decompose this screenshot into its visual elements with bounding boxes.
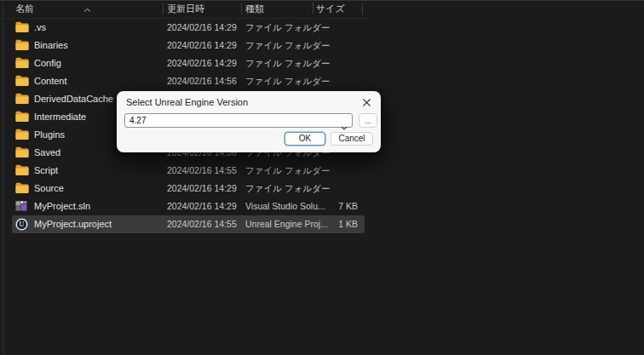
folder-icon <box>15 129 29 141</box>
column-header-date[interactable]: 更新日時 <box>167 0 204 18</box>
file-row-myproject-uproject[interactable]: UMyProject.uproject2024/02/16 14:55Unrea… <box>12 215 365 233</box>
folder-icon <box>15 39 29 52</box>
file-row-binaries[interactable]: Binaries2024/02/16 14:29ファイル フォルダー <box>12 37 365 54</box>
folder-icon <box>15 111 29 123</box>
dialog-title: Select Unreal Engine Version <box>126 97 248 107</box>
svg-text:U: U <box>20 220 25 228</box>
folder-icon <box>15 75 29 88</box>
folder-icon <box>15 146 29 159</box>
column-resize-handle-1[interactable] <box>241 3 242 14</box>
file-name: Intermediate <box>34 108 86 126</box>
file-row-script[interactable]: Script2024/02/16 14:55ファイル フォルダー <box>12 162 365 180</box>
file-name: Binaries <box>34 37 68 54</box>
file-row-source[interactable]: Source2024/02/16 14:29ファイル フォルダー <box>12 180 365 198</box>
file-name: MyProject.sln <box>34 198 90 215</box>
file-name: Config <box>34 54 61 72</box>
file-size <box>290 72 358 90</box>
date-modified: 2024/02/16 14:29 <box>167 19 237 37</box>
visual-studio-icon <box>15 200 29 213</box>
chevron-down-icon <box>341 118 348 123</box>
file-row-content[interactable]: Content2024/02/16 14:56ファイル フォルダー <box>12 72 365 90</box>
column-resize-handle-2[interactable] <box>313 3 313 14</box>
date-modified: 2024/02/16 14:29 <box>167 37 237 54</box>
folder-icon <box>15 57 29 70</box>
file-size <box>290 19 358 37</box>
select-unreal-engine-version-dialog: Select Unreal Engine Version 4.27 ... OK… <box>117 91 381 152</box>
date-modified: 2024/02/16 14:29 <box>167 54 237 72</box>
folder-icon <box>15 182 29 195</box>
engine-version-combobox[interactable]: 4.27 <box>124 113 353 128</box>
file-name: Plugins <box>34 126 65 144</box>
close-icon[interactable] <box>360 96 373 109</box>
file-size: 7 KB <box>290 198 358 215</box>
file-row-config[interactable]: Config2024/02/16 14:29ファイル フォルダー <box>12 54 365 72</box>
file-name: MyProject.uproject <box>34 215 112 233</box>
file-name: .vs <box>34 19 46 37</box>
file-row-myproject-sln[interactable]: MyProject.sln2024/02/16 14:29Visual Stud… <box>12 198 365 215</box>
date-modified: 2024/02/16 14:29 <box>167 198 237 215</box>
column-header-size[interactable]: サイズ <box>316 0 345 18</box>
file-name: Script <box>34 162 58 180</box>
date-modified: 2024/02/16 14:56 <box>167 72 237 90</box>
explorer-window: 名前更新日時種類サイズ .vs2024/02/16 14:29ファイル フォルダ… <box>0 0 644 355</box>
file-name: Source <box>34 180 64 198</box>
column-resize-handle-3[interactable] <box>362 3 363 14</box>
ok-button[interactable]: OK <box>285 132 325 146</box>
date-modified: 2024/02/16 14:29 <box>167 180 237 198</box>
folder-icon <box>15 93 29 106</box>
browse-button[interactable]: ... <box>359 113 377 128</box>
engine-version-value: 4.27 <box>129 114 146 127</box>
chevron-up-icon <box>83 1 91 6</box>
file-name: Content <box>34 72 67 90</box>
window-left-edge <box>3 0 3 355</box>
file-name: DerivedDataCache <box>34 90 113 108</box>
column-header-name[interactable]: 名前 <box>15 0 34 18</box>
date-modified: 2024/02/16 14:55 <box>167 162 237 180</box>
file-size <box>290 54 358 72</box>
file-size <box>290 37 358 54</box>
column-header-type[interactable]: 種類 <box>245 0 264 18</box>
file-list-header: 名前更新日時種類サイズ <box>0 0 368 19</box>
file-row--vs[interactable]: .vs2024/02/16 14:29ファイル フォルダー <box>12 19 365 37</box>
folder-icon <box>15 164 29 177</box>
file-size <box>290 162 358 180</box>
column-resize-handle-0[interactable] <box>163 3 164 14</box>
file-name: Saved <box>34 144 60 162</box>
unreal-icon: U <box>15 218 29 231</box>
folder-icon <box>15 21 29 34</box>
file-size: 1 KB <box>290 215 358 233</box>
date-modified: 2024/02/16 14:55 <box>167 215 237 233</box>
file-size <box>290 180 358 198</box>
cancel-button[interactable]: Cancel <box>331 132 373 146</box>
